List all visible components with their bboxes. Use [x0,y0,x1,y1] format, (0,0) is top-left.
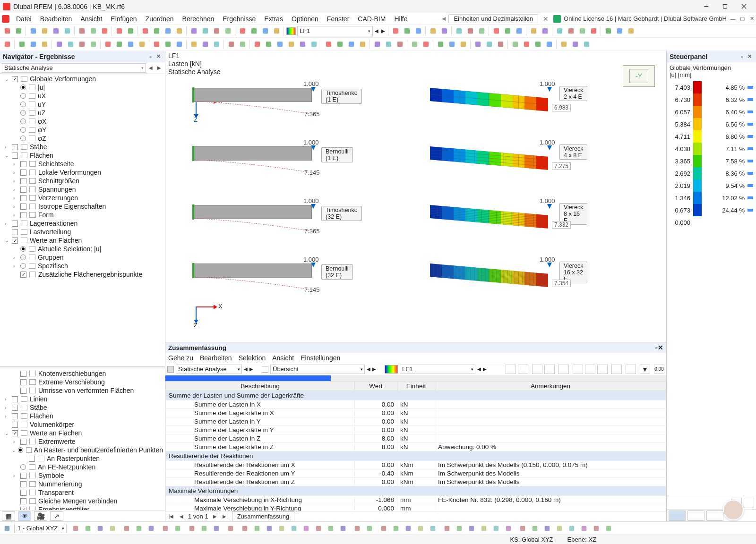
summary-menu-einstellungen[interactable]: Einstellungen [301,354,340,362]
toolbar-button[interactable] [409,39,420,50]
summary-tab[interactable]: Zusammenfassung [232,511,295,521]
menu-fenster[interactable]: Fenster [323,14,353,24]
sum-btn-2[interactable] [518,365,528,374]
toolbar-button[interactable] [510,39,520,50]
toolbar-button[interactable] [174,39,184,50]
sum-btn-4[interactable] [544,365,555,374]
toolbar-button[interactable] [521,39,532,50]
toolbar-button[interactable] [544,39,554,50]
tree-node[interactable]: Nummerierung [0,480,165,488]
toolbar-button[interactable] [174,26,184,36]
sum-btn-10[interactable] [626,365,636,374]
toolbar-button[interactable] [558,39,569,50]
tree-node[interactable]: ⌄Flächen [0,151,165,160]
toolbar-button[interactable] [13,26,24,36]
tree-node[interactable]: Lastverteilung [0,228,165,236]
toolbar-button[interactable] [226,39,236,50]
sum-btn-6[interactable] [573,365,583,374]
toolbar-button[interactable] [163,26,173,36]
bottom-button[interactable] [530,523,540,534]
toolbar-button[interactable] [211,39,222,50]
toolbar-button[interactable] [140,26,150,36]
bottom-button[interactable] [364,523,375,534]
sum-btn-7[interactable] [585,365,595,374]
toolbar-button[interactable] [151,26,162,36]
bottom-button[interactable] [199,523,209,534]
tree-node[interactable]: Ergebniswertfilter [0,505,165,510]
toolbar-button[interactable] [200,39,210,50]
bottom-button[interactable] [121,523,132,534]
toolbar-button[interactable] [39,39,50,50]
bottom-button[interactable] [491,523,501,534]
toolbar-button[interactable] [163,39,173,50]
summary-menu-gehe zu[interactable]: Gehe zu [168,354,193,362]
table-row[interactable]: Summe der Lasten in Z8.00kN [166,434,666,443]
tree-node[interactable]: ⌄Werte an Flächen [0,429,165,437]
tree-node[interactable]: Zusätzliche Flächenergebnispunkte [0,270,165,279]
summary-view-select[interactable]: Übersicht [270,365,365,374]
bottom-button[interactable] [442,523,452,534]
toolbar-button[interactable] [271,26,282,36]
menu-datei[interactable]: Datei [12,14,35,24]
tree-node[interactable]: ›Symbole [0,471,165,480]
tree-node[interactable]: uZ [0,109,165,117]
bottom-button[interactable] [172,523,183,534]
toolbar-button[interactable] [413,26,423,36]
navigator-tree-lower[interactable]: KnotenverschiebungenExtreme Verschiebung… [0,368,165,510]
toolbar-button[interactable] [421,39,431,50]
menu-extras[interactable]: Extras [260,14,287,24]
bottom-button[interactable] [479,523,489,534]
toolbar-button[interactable] [125,26,136,36]
child-close-button[interactable]: ✕ [748,16,755,22]
summary-loadcase-select[interactable]: LF1 [400,365,475,374]
table-row[interactable]: Resultierende der Reaktionen um Z0.00kNm… [166,478,666,486]
toolbar-button[interactable] [237,26,248,36]
toolbar-button[interactable] [103,39,113,50]
toolbar-button[interactable] [65,39,76,50]
navigator-tree[interactable]: ⌄Globale Verformungen|u|uXuYuZφXφYφZ›Stä… [0,74,165,366]
tree-node[interactable]: ›Verzerrungen [0,194,165,202]
bottom-button[interactable] [313,523,324,534]
tree-node[interactable]: An Rasterpunkten [0,454,165,463]
bottom-button[interactable] [225,523,236,534]
toolbar-button[interactable] [223,26,233,36]
tree-node[interactable]: Volumenkörper [0,420,165,429]
toolbar-button[interactable] [99,26,110,36]
loadcase-select[interactable]: LF1 [297,26,373,36]
panel-pin-icon[interactable]: ▫ [147,53,155,60]
tree-node[interactable]: ›Flächen [0,412,165,420]
toolbar-button[interactable] [533,39,543,50]
toolbar-button[interactable] [514,26,524,36]
minimize-button[interactable] [696,0,715,13]
tree-node[interactable]: |u| [0,83,165,92]
summary-menu-bearbeiten[interactable]: Bearbeiten [200,354,232,362]
menubar-tab-units[interactable]: Einheiten und Dezimalstellen [448,14,538,23]
support-avatar[interactable] [723,500,744,520]
table-row[interactable]: Summe der Lasten in X0.00kN [166,400,666,409]
cloud-sync-icon[interactable] [553,15,561,23]
bottom-button[interactable] [146,523,156,534]
toolbar-button[interactable] [402,26,412,36]
toolbar-button[interactable] [88,26,98,36]
table-row[interactable]: Maximale Verschiebung in Y-Richtung0.000… [166,504,666,511]
toolbar-button[interactable] [237,39,248,50]
toolbar-button[interactable] [62,26,72,36]
tree-node[interactable]: φZ [0,134,165,143]
toolbar-button[interactable] [491,26,501,36]
bottom-button[interactable] [264,523,275,534]
table-row[interactable]: Resultierende der Reaktionen um X0.00kNm… [166,461,666,469]
table-row[interactable]: Resultierende der Reaktionen um Y-0.40kN… [166,469,666,478]
bottom-button[interactable] [352,523,362,534]
summary-menu-ansicht[interactable]: Ansicht [272,354,294,362]
toolbar-button[interactable] [458,39,468,50]
table-row[interactable]: Summe der Lasten in Y0.00kN [166,417,666,426]
bottom-button[interactable] [70,523,81,534]
tree-node[interactable]: ›Gruppen [0,253,165,262]
toolbar-button[interactable] [189,39,199,50]
snap-toggle[interactable] [2,523,12,534]
maximize-button[interactable] [715,0,734,13]
toolbar-button[interactable] [2,39,12,50]
toolbar-button[interactable] [309,39,319,50]
page-next-button[interactable]: ▶ [211,513,219,520]
sum-btn-decimals[interactable]: 0.00 [654,365,664,374]
